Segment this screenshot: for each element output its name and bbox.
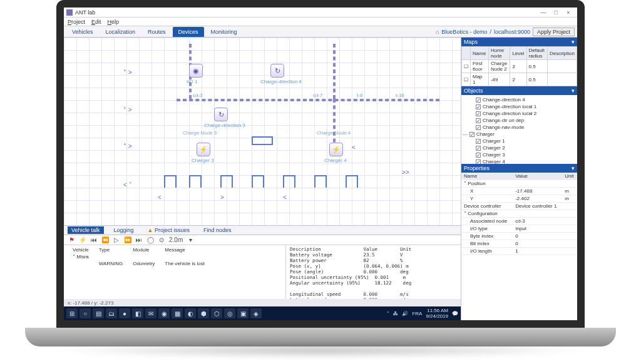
menubar: PProjectroject Edit Help [64,18,577,26]
col-module[interactable]: Module [128,246,160,253]
charge-direction-4-node[interactable]: ↻ [270,64,284,78]
app-icon-4[interactable]: ◉ [158,308,170,318]
col-message[interactable]: Message [160,246,210,253]
main-tabs: Vehicles Localization Routes Devices Mon… [64,26,577,38]
tray-network-icon[interactable]: 🖧 [393,311,398,316]
tree-item[interactable]: —Charger [463,131,576,138]
property-row[interactable]: ˅ Configuration [461,210,577,218]
tree-item[interactable]: Change-direction local 1 [463,103,576,110]
objects-panel-header: Objects▾ [461,86,577,95]
property-row[interactable]: I/O typeInput [461,225,577,233]
flag-icon[interactable]: ⚑ [68,236,75,244]
menu-project[interactable]: PProjectroject [68,19,85,25]
app-icon-1[interactable]: ● [119,308,130,318]
tree-item[interactable]: Charger 1 [463,138,576,144]
maximize-button[interactable]: □ [550,9,562,16]
tree-item[interactable]: Charger 3 [463,151,576,158]
minimize-button[interactable]: — [537,9,550,16]
charge-direction-3-node[interactable]: ↻ [214,108,228,121]
skip-end-icon[interactable]: ⏭ [135,236,143,244]
charger-4-node[interactable]: ⚡ [329,143,343,156]
search-icon[interactable]: ○ [79,308,91,318]
tree-item[interactable]: Change-nav-mode [463,124,576,131]
home-icon[interactable]: ⌂ [436,29,439,35]
io-node[interactable]: ◉ [189,64,203,78]
maps-panel-header: Maps▾ [461,38,577,46]
tray-chevron-icon[interactable]: ˄ [387,311,389,316]
tab-logging[interactable]: Logging [110,226,138,234]
tab-localization[interactable]: Localization [100,27,141,37]
property-row[interactable]: X-17.488m [461,188,577,195]
app-icon-3[interactable]: ✉ [145,308,156,318]
tree-item[interactable]: Charger 2 [463,144,576,151]
map-canvas[interactable]: ◉ I/O 1 ↻ Charge-direction 4 ↻ Charge-di… [64,38,461,225]
tree-item[interactable]: Change-direction local 2 [463,110,576,117]
app-icon-9[interactable]: ◎ [224,308,235,318]
app-icon-10[interactable]: ▣ [237,308,249,318]
menu-help[interactable]: Help [108,19,120,25]
app-icon-7[interactable]: ⬢ [198,308,209,318]
app-icon-11[interactable]: ◈ [250,308,262,318]
zoom-level: 2.0m [169,236,183,243]
dropdown-icon[interactable]: ▾ [187,236,194,244]
app-icon-8[interactable]: ⬡ [211,308,222,318]
app-icon-5[interactable]: ▦ [172,308,183,318]
property-row[interactable]: Y-2.402m [461,195,577,203]
tray-date[interactable]: 9/24/2019 [426,313,448,319]
tree-item[interactable]: Charger 4 [463,158,576,164]
charge-node-3-label: Charge Node 3 [183,130,217,136]
circle-icon[interactable]: ◯ [146,236,154,244]
menu-edit[interactable]: Edit [91,19,101,25]
tab-vehicle-talk[interactable]: Vehicle talk [68,226,104,234]
lightning-icon[interactable]: ⚡ [79,236,86,244]
tree-item[interactable]: Change-direction 4 [463,96,576,103]
apply-project-button[interactable]: Apply Project [533,28,575,36]
property-row[interactable]: Device controllerDevice controller 1 [461,203,577,210]
forward-icon[interactable]: ⏩ [124,236,131,244]
table-row[interactable]: ☐First floorCharge Node 220.5 [462,60,577,73]
tab-project-issues[interactable]: Project issues [144,226,193,234]
log-row[interactable]: WARNING Odometry The vehicle is lost [68,260,210,267]
tab-routes[interactable]: Routes [142,27,172,37]
skip-start-icon[interactable]: ⏮ [90,236,98,244]
tray-time[interactable]: 11:56 AM [427,308,448,313]
windows-taskbar: ⊞ ○ ▤ 🗂 ● ◧ ✉ ◉ ▦ ◐ ⬢ ⬡ ◎ ▣ ◈ [64,306,461,320]
tab-devices[interactable]: Devices [173,27,204,37]
task-view-icon[interactable]: ▤ [93,308,104,318]
app-icon-6[interactable]: ◐ [185,308,196,318]
tray-volume-icon[interactable]: 🔊 [402,311,408,316]
target-icon[interactable]: ⊙ [158,236,165,244]
tree-item[interactable]: Change-dir on dep [463,117,576,124]
log-group[interactable]: ˅ Misra [68,253,210,260]
table-row[interactable]: ☐Map 1-4920.5 [462,73,577,86]
close-button[interactable]: × [562,9,575,16]
property-row[interactable]: ˅ Position [461,180,577,188]
tray-lang[interactable]: FRA [412,311,422,316]
property-row[interactable]: I/O length1 [461,248,577,255]
breadcrumb-host[interactable]: localhost:9000 [494,29,530,35]
property-row[interactable]: Bit index0 [461,240,577,248]
app-icon-2[interactable]: ◧ [132,308,143,318]
properties-panel: NameValueUnit ˅ PositionX-17.488mY-2.402… [461,173,577,320]
tab-vehicles[interactable]: Vehicles [66,27,99,37]
col-vehicle[interactable]: Vehicle [68,246,94,253]
collapse-icon[interactable]: ▾ [572,39,575,45]
vehicle-talk-toolbar: ⚑ ⚡ ⏮ ⏪ ▷ ⏩ ⏭ ◯ ⊙ 2.0m ▾ [64,235,461,245]
property-row[interactable]: Byte index0 [461,233,577,240]
rewind-icon[interactable]: ⏪ [101,236,109,244]
col-type[interactable]: Type [94,246,128,253]
collapse-icon[interactable]: ▾ [572,88,575,94]
start-icon[interactable]: ⊞ [66,308,78,318]
explorer-icon[interactable]: 🗂 [106,308,117,318]
cd7-label: cd-7 [313,93,323,98]
cd3-label: cd-3 [193,93,203,98]
breadcrumb-project[interactable]: BlueBotics - demo [441,29,487,35]
play-icon[interactable]: ▷ [113,236,120,244]
t8-label: t-8 [357,93,362,98]
tab-find-nodes[interactable]: Find nodes [200,226,235,234]
property-row[interactable]: Associated nodecd-3 [461,218,577,225]
charger-3-node[interactable]: ⚡ [197,143,210,156]
tray-notifications-icon[interactable]: 💬 [452,311,458,316]
tab-monitoring[interactable]: Monitoring [205,27,243,37]
collapse-icon[interactable]: ▾ [572,165,575,171]
